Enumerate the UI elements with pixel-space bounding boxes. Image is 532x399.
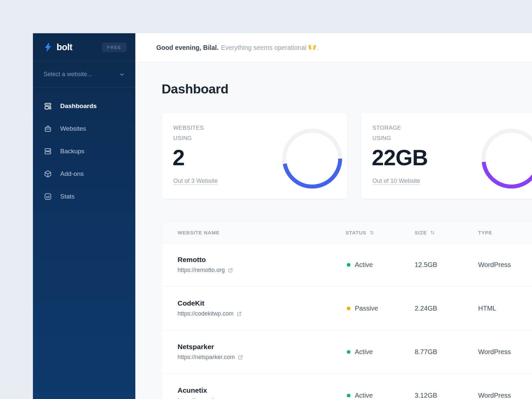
status-cell: Active <box>345 348 415 356</box>
sidebar-item-label: Websites <box>60 125 86 132</box>
column-header-type: TYPE <box>478 230 532 235</box>
website-url[interactable]: https://codekitwp.com <box>178 310 345 317</box>
type-cell: HTML <box>478 305 532 312</box>
greeting-secondary: Everything seems operational <box>221 44 306 52</box>
website-name: Acunetix <box>178 386 345 394</box>
status-dot <box>347 263 350 267</box>
sidebar-item-dashboards[interactable]: Dashboards <box>33 95 135 117</box>
backups-icon <box>44 147 52 156</box>
table-header: WEBSITE NAME STATUS SIZE <box>162 222 532 243</box>
external-link-icon[interactable] <box>236 311 242 317</box>
website-name-cell: Netsparker https://netsparker.com <box>162 343 345 361</box>
sort-icon[interactable] <box>430 230 435 235</box>
raised-hands-emoji <box>308 44 316 52</box>
storage-usage-card: STORAGE USING 22GB Out of 10 Website <box>361 112 532 199</box>
stat-cards-row: WEBSITES USING 2 Out of 3 Website STORAG… <box>162 112 532 199</box>
websites-usage-link[interactable]: Out of 3 Website <box>173 178 218 185</box>
greeting-bar: Good evening, Bilal. Everything seems op… <box>135 33 532 63</box>
external-link-icon[interactable] <box>228 268 233 273</box>
main-area: Good evening, Bilal. Everything seems op… <box>135 33 532 399</box>
status-dot <box>347 307 350 310</box>
website-url[interactable]: https://acunetix.com <box>178 397 345 399</box>
status-label: Active <box>355 261 373 269</box>
websites-usage-value: 2 <box>173 145 185 170</box>
storage-usage-value: 22GB <box>372 145 428 170</box>
website-name: Remotto <box>178 256 345 264</box>
website-selector[interactable]: Select a website... <box>33 62 135 87</box>
sidebar-item-websites[interactable]: Websites <box>33 117 135 140</box>
type-cell: WordPress <box>478 392 532 399</box>
storage-usage-link[interactable]: Out of 10 Website <box>372 178 420 185</box>
status-dot <box>347 394 350 397</box>
column-header-size[interactable]: SIZE <box>415 230 478 235</box>
sidebar: bolt FREE Select a website... Dashboards <box>33 33 135 399</box>
plan-badge: FREE <box>102 43 127 52</box>
table-row: Remotto https://remotto.org <box>162 243 532 286</box>
card-label: WEBSITES USING <box>173 123 204 144</box>
size-cell: 2.24GB <box>415 305 478 312</box>
status-cell: Active <box>345 392 415 399</box>
table-row: Acunetix https://acunetix.com <box>162 373 532 399</box>
websites-usage-card: WEBSITES USING 2 Out of 3 Website <box>162 112 347 199</box>
storage-progress-ring <box>480 127 532 190</box>
size-cell: 8.77GB <box>415 348 478 356</box>
sidebar-item-addons[interactable]: Add-ons <box>33 163 135 185</box>
status-cell: Active <box>345 261 415 269</box>
websites-progress-ring <box>281 127 344 190</box>
type-cell: WordPress <box>478 348 532 356</box>
website-name-cell: Acunetix https://acunetix.com <box>162 386 345 399</box>
size-cell: 12.5GB <box>415 261 478 269</box>
column-header-status[interactable]: STATUS <box>345 230 415 235</box>
bolt-icon <box>44 42 53 52</box>
website-name: Netsparker <box>178 343 345 351</box>
status-label: Active <box>355 348 373 356</box>
app-window: bolt FREE Select a website... Dashboards <box>33 33 532 399</box>
website-url[interactable]: https://netsparker.com <box>178 354 345 361</box>
sort-icon[interactable] <box>369 230 374 235</box>
greeting-period: . <box>317 44 319 52</box>
sidebar-item-label: Add-ons <box>60 170 84 178</box>
brand-name: bolt <box>57 42 72 53</box>
sidebar-item-label: Stats <box>60 193 74 200</box>
size-cell: 3.12GB <box>415 392 478 399</box>
status-dot <box>347 350 350 354</box>
greeting-primary: Good evening, Bilal. <box>156 44 218 52</box>
sidebar-item-stats[interactable]: Stats <box>33 185 135 208</box>
column-header-website-name: WEBSITE NAME <box>162 230 345 235</box>
sidebar-header: bolt FREE <box>33 33 135 62</box>
status-cell: Passive <box>345 305 415 312</box>
websites-table: WEBSITE NAME STATUS SIZE <box>162 222 532 399</box>
website-name: CodeKit <box>178 299 345 307</box>
type-cell: WordPress <box>478 261 532 269</box>
dashboards-icon <box>44 102 52 110</box>
website-name-cell: Remotto https://remotto.org <box>162 256 345 274</box>
page-title: Dashboard <box>162 82 532 96</box>
status-label: Active <box>355 392 373 399</box>
addons-icon <box>44 170 52 178</box>
website-url[interactable]: https://remotto.org <box>178 267 345 274</box>
card-label: STORAGE USING <box>372 123 401 144</box>
stats-icon <box>44 192 52 201</box>
table-row: Netsparker https://netsparker.com <box>162 330 532 373</box>
sidebar-item-backups[interactable]: Backups <box>33 140 135 163</box>
website-selector-placeholder: Select a website... <box>44 71 92 78</box>
website-name-cell: CodeKit https://codekitwp.com <box>162 299 345 317</box>
status-label: Passive <box>355 305 378 312</box>
brand-logo: bolt <box>44 42 72 53</box>
websites-icon <box>44 124 52 133</box>
sidebar-item-label: Dashboards <box>60 102 97 110</box>
chevron-down-icon <box>119 71 125 78</box>
external-link-icon[interactable] <box>238 355 243 360</box>
sidebar-item-label: Backups <box>60 148 84 155</box>
dashboard-content: Dashboard WEBSITES USING 2 Out of 3 Webs… <box>135 63 532 399</box>
table-row: CodeKit https://codekitwp.com <box>162 286 532 330</box>
sidebar-nav: Dashboards Websites <box>33 87 135 208</box>
